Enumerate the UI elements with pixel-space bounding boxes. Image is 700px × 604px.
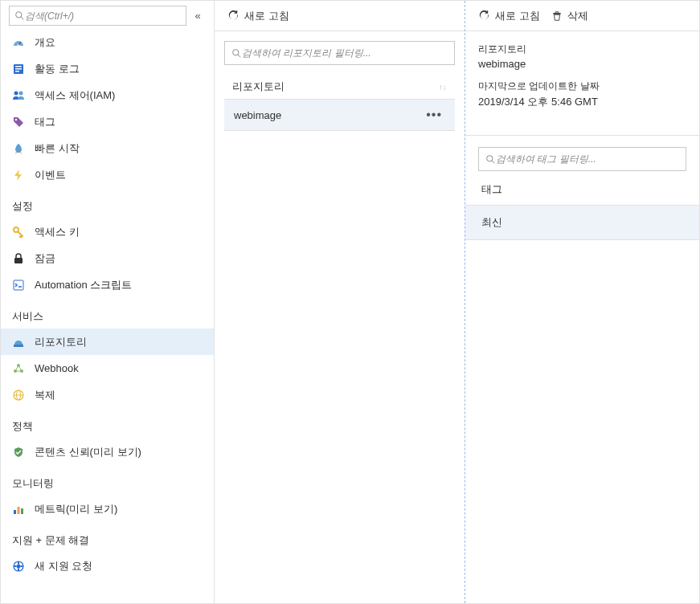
svg-rect-13 <box>14 280 23 290</box>
svg-rect-14 <box>14 345 23 347</box>
tag-icon <box>12 116 25 129</box>
sidebar-item-lock[interactable]: 잠금 <box>1 245 214 271</box>
repo-name: webimage <box>234 109 281 121</box>
svg-point-0 <box>16 12 22 18</box>
globe-icon <box>12 389 25 402</box>
svg-rect-5 <box>15 66 22 67</box>
detail-toolbar: 새로 고침 삭제 <box>465 1 699 31</box>
tag-section: 태그 최신 <box>465 135 699 240</box>
repo-column-header[interactable]: 리포지토리 ↑↓ <box>224 75 455 99</box>
log-icon <box>12 63 25 76</box>
search-icon <box>14 10 25 21</box>
sidebar-item-label: 개요 <box>35 35 55 50</box>
tag-column-header[interactable]: 태그 <box>465 171 699 205</box>
search-box[interactable] <box>9 6 186 26</box>
sidebar-section-title: 설정 <box>1 188 214 218</box>
svg-point-32 <box>487 155 493 161</box>
lock-icon <box>12 252 25 265</box>
sidebar-item-script[interactable]: Automation 스크립트 <box>1 271 214 298</box>
sort-icon: ↑↓ <box>439 83 447 92</box>
tag-filter-box[interactable] <box>478 147 686 171</box>
repo-detail-panel: 새로 고침 삭제 리포지토리 webimage 마지막으로 업데이트한 날짜 2… <box>465 1 699 603</box>
sidebar-item-people[interactable]: 액세스 제어(IAM) <box>1 82 214 108</box>
svg-rect-6 <box>15 68 22 70</box>
updated-label: 마지막으로 업데이트한 날짜 <box>478 80 686 93</box>
svg-point-10 <box>15 118 17 120</box>
shield-icon <box>12 446 25 459</box>
sidebar-item-label: 액세스 제어(IAM) <box>35 88 115 103</box>
sidebar-item-label: 잠금 <box>35 251 55 266</box>
svg-line-1 <box>21 17 23 19</box>
refresh-icon <box>478 10 490 22</box>
sidebar-item-repo[interactable]: 리포지토리 <box>1 329 214 355</box>
svg-rect-23 <box>21 508 23 514</box>
svg-rect-12 <box>14 258 23 263</box>
svg-rect-21 <box>14 510 16 514</box>
trash-icon <box>551 10 563 22</box>
sidebar-item-label: 리포지토리 <box>35 335 87 349</box>
search-icon <box>485 154 496 165</box>
bolt-icon <box>12 169 25 182</box>
svg-point-30 <box>233 49 239 55</box>
people-icon <box>12 89 25 102</box>
detail-body: 리포지토리 webimage 마지막으로 업데이트한 날짜 2019/3/14 … <box>465 31 699 130</box>
sidebar-item-support[interactable]: 새 지원 요청 <box>1 553 214 579</box>
repo-icon <box>12 336 25 349</box>
repo-value: webimage <box>478 58 686 70</box>
sidebar-item-label: 메트릭(미리 보기) <box>35 502 117 516</box>
refresh-label: 새로 고침 <box>495 9 540 23</box>
collapse-sidebar-button[interactable]: « <box>190 10 206 22</box>
sidebar-item-webhook[interactable]: Webhook <box>1 355 214 382</box>
sidebar-item-label: Webhook <box>35 362 79 374</box>
repo-filter-box[interactable] <box>224 41 455 65</box>
sidebar-item-shield[interactable]: 콘텐츠 신뢰(미리 보기) <box>1 439 214 465</box>
rocket-icon <box>12 142 25 155</box>
refresh-button[interactable]: 새로 고침 <box>224 6 293 27</box>
more-button[interactable]: ••• <box>423 108 445 122</box>
delete-button[interactable]: 삭제 <box>548 6 592 27</box>
sidebar-item-label: Automation 스크립트 <box>35 278 132 292</box>
sidebar-item-rocket[interactable]: 빠른 시작 <box>1 135 214 161</box>
sidebar-item-globe[interactable]: 복제 <box>1 382 214 408</box>
webhook-icon <box>12 362 25 375</box>
refresh-button[interactable]: 새로 고침 <box>475 6 543 27</box>
sidebar-item-label: 새 지원 요청 <box>35 559 92 573</box>
svg-rect-22 <box>18 507 20 514</box>
updated-value: 2019/3/14 오후 5:46 GMT <box>478 95 686 109</box>
sidebar-item-key[interactable]: 액세스 키 <box>1 218 214 245</box>
sidebar-item-label: 복제 <box>35 388 55 402</box>
svg-point-8 <box>14 91 18 95</box>
refresh-label: 새로 고침 <box>244 9 289 23</box>
sidebar-item-label: 활동 로그 <box>35 62 80 76</box>
sidebar-item-label: 액세스 키 <box>35 225 80 239</box>
sidebar-search-row: « <box>1 1 214 29</box>
key-icon <box>12 226 25 239</box>
sidebar-item-bolt[interactable]: 이벤트 <box>1 161 214 188</box>
search-input[interactable] <box>25 10 181 22</box>
sidebar-item-tag[interactable]: 태그 <box>1 108 214 135</box>
sidebar-item-label: 콘텐츠 신뢰(미리 보기) <box>35 445 141 459</box>
sidebar-item-label: 이벤트 <box>35 168 66 182</box>
repo-column-label: 리포지토리 <box>232 80 285 94</box>
sidebar-item-chart[interactable]: 메트릭(미리 보기) <box>1 496 214 522</box>
svg-point-25 <box>17 564 21 568</box>
repo-label: 리포지토리 <box>478 43 686 56</box>
sidebar-section-title: 지원 + 문제 해결 <box>1 522 214 553</box>
tag-filter-input[interactable] <box>496 153 679 165</box>
repo-toolbar: 새로 고침 <box>215 1 465 31</box>
svg-line-31 <box>238 55 240 57</box>
repo-row[interactable]: webimage ••• <box>224 99 455 131</box>
sidebar-item-gauge[interactable]: 개요 <box>1 29 214 55</box>
sidebar-section-title: 서비스 <box>1 298 214 329</box>
delete-label: 삭제 <box>567 9 588 23</box>
script-icon <box>12 279 25 292</box>
svg-line-33 <box>492 161 494 163</box>
sidebar-item-log[interactable]: 활동 로그 <box>1 55 214 82</box>
tag-row[interactable]: 최신 <box>465 205 699 240</box>
refresh-icon <box>227 10 239 22</box>
sidebar-item-label: 태그 <box>35 115 55 129</box>
repo-list-panel: 새로 고침 리포지토리 ↑↓ webimage ••• <box>215 1 465 603</box>
search-icon <box>231 48 242 59</box>
chart-icon <box>12 503 25 516</box>
repo-filter-input[interactable] <box>242 47 448 59</box>
